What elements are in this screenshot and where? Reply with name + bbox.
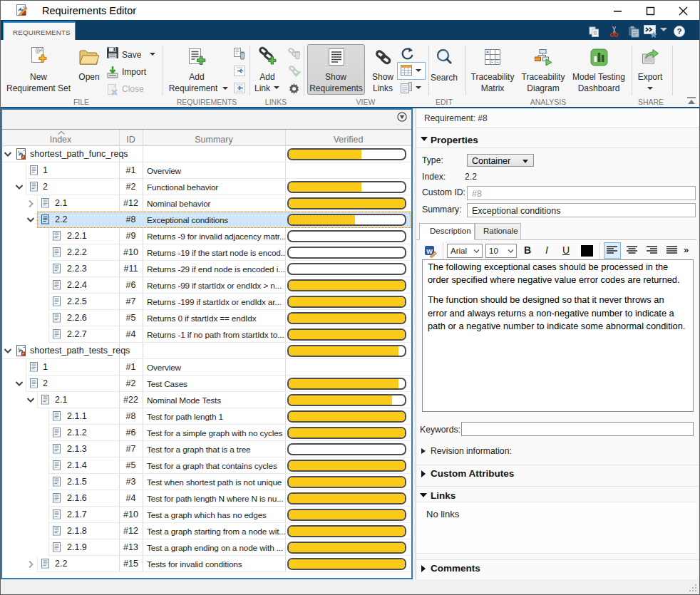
svg-text:W: W: [426, 248, 433, 255]
